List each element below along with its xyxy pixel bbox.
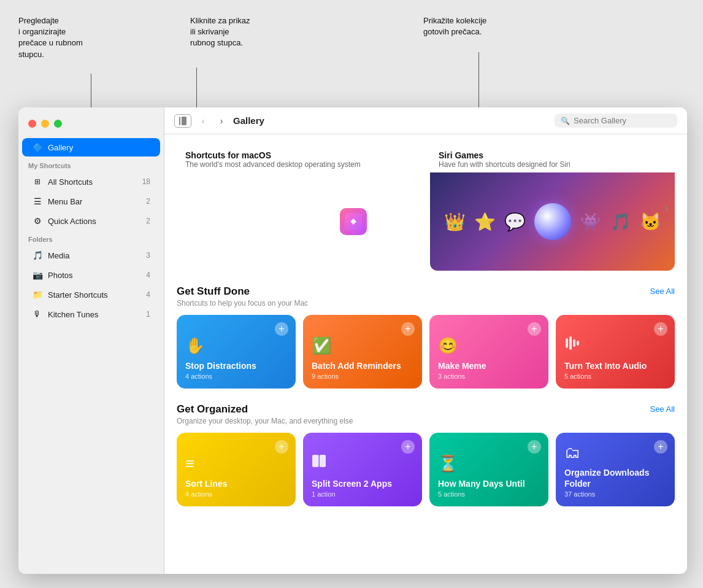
see-all-get-organized[interactable]: See All [650,404,675,414]
svg-rect-6 [320,455,326,467]
sidebar-item-count: 4 [146,290,150,299]
sidebar-item-label: Media [48,251,141,260]
card-sort-lines[interactable]: + ≡ Sort Lines 4 actions [177,433,296,506]
close-button[interactable] [28,120,36,128]
card-title-how-many-days: How Many Days Until [438,478,540,489]
add-make-meme-button[interactable]: + [528,322,541,336]
all-shortcuts-icon: ⊞ [32,176,43,187]
sidebar-item-media[interactable]: 🎵 Media 3 [22,246,160,265]
card-actions-organize-downloads: 37 actions [564,490,666,498]
card-turn-text-into-audio[interactable]: + Turn Text Into Audio 5 actions [556,315,675,389]
section-title-group: Get Stuff Done Shortcuts to help you foc… [177,285,308,308]
card-organize-downloads[interactable]: + 🗂 Organize Downloads Folder 37 actions [556,433,675,506]
sidebar-item-kitchen-tunes[interactable]: 🎙 Kitchen Tunes 1 [22,305,160,323]
sidebar-item-label: All Shortcuts [48,177,137,187]
stop-distractions-icon: ✋ [185,336,287,355]
section-header-get-organized: Get Organized Organize your desktop, you… [177,403,675,425]
sidebar-item-photos[interactable]: 📷 Photos 4 [22,266,160,284]
search-input[interactable] [574,116,671,125]
sidebar-item-menu-bar[interactable]: ☰ Menu Bar 2 [22,192,160,211]
siri-icons-row: 👑 ⭐ 💬 👾 🎵 🐱 [444,203,661,240]
main-content: ‹ › Gallery 🔍 Shortcuts for macOS The wo… [164,107,687,574]
sidebar-item-gallery[interactable]: 🔷 Gallery [22,138,160,157]
batch-add-reminders-icon: ✅ [312,336,413,355]
organize-downloads-icon: 🗂 [564,443,666,462]
card-title-split-screen: Split Screen 2 Apps [312,478,413,489]
callout-sidebar: Pregledajtei organizirajteprečace u rubn… [18,15,83,60]
featured-card-siri-image: 👑 ⭐ 💬 👾 🎵 🐱 [430,172,675,271]
minimize-button[interactable] [41,120,49,128]
featured-card-macos[interactable]: Shortcuts for macOS The world's most adv… [177,144,421,271]
sidebar-item-label: Photos [48,271,141,280]
card-actions-stop-distractions: 4 actions [185,373,287,380]
search-icon: 🔍 [561,117,570,125]
maximize-button[interactable] [54,120,62,128]
add-stop-distractions-button[interactable]: + [275,322,288,336]
svg-rect-3 [573,339,575,347]
forward-button[interactable]: › [215,114,228,128]
svg-rect-1 [566,338,568,348]
sidebar-item-count: 4 [146,271,150,279]
card-batch-add-reminders[interactable]: + ✅ Batch Add Reminders 9 actions [303,315,422,389]
card-make-meme[interactable]: + 😊 Make Meme 3 actions [429,315,548,389]
card-title-stop-distractions: Stop Distractions [185,360,287,371]
split-screen-icon [312,453,413,473]
featured-card-macos-header: Shortcuts for macOS The world's most adv… [177,144,421,172]
sidebar-item-count: 1 [146,310,150,319]
callout-line-3 [478,52,479,114]
featured-card-siri-header: Siri Games Have fun with shortcuts desig… [430,144,675,172]
gallery-icon: 🔷 [32,142,43,153]
featured-card-macos-subtitle: The world's most advanced desktop operat… [185,160,413,169]
sidebar-toggle-button[interactable] [174,114,191,128]
section-header-get-stuff-done: Get Stuff Done Shortcuts to help you foc… [177,285,675,308]
chevron-right-icon: › [664,201,669,215]
card-title-make-meme: Make Meme [438,360,540,371]
sidebar-item-quick-actions[interactable]: ⚙ Quick Actions 2 [22,212,160,230]
starter-shortcuts-icon: 📁 [32,289,43,300]
card-title-batch-reminders: Batch Add Reminders [312,360,413,371]
section-title-group-organized: Get Organized Organize your desktop, you… [177,403,353,425]
toggle-bar-1 [179,117,180,125]
sidebar-item-label: Quick Actions [48,217,141,226]
toggle-bar-2 [182,117,186,125]
sort-lines-icon: ≡ [185,454,287,473]
sidebar-item-all-shortcuts[interactable]: ⊞ All Shortcuts 18 [22,172,160,191]
featured-card-siri[interactable]: Siri Games Have fun with shortcuts desig… [430,144,675,271]
card-actions-sort-lines: 4 actions [185,490,287,498]
photos-icon: 📷 [32,269,43,280]
get-stuff-done-cards: + ✋ Stop Distractions 4 actions + ✅ Batc… [177,315,675,389]
cat-icon: 🐱 [640,212,661,232]
section-subtitle-organized: Organize your desktop, your Mac, and eve… [177,417,353,425]
sidebar: 🔷 Gallery My Shortcuts ⊞ All Shortcuts 1… [18,107,164,574]
sidebar-item-count: 2 [146,217,150,225]
get-stuff-done-section: Get Stuff Done Shortcuts to help you foc… [177,285,675,389]
how-many-days-icon: ⏳ [438,454,540,473]
alien-icon: 👾 [580,212,601,232]
quick-actions-icon: ⚙ [32,215,43,226]
get-organized-cards: + ≡ Sort Lines 4 actions + [177,433,675,506]
add-sort-lines-button[interactable]: + [275,440,288,454]
back-button[interactable]: ‹ [196,114,210,128]
sidebar-item-label: Kitchen Tunes [48,310,141,319]
get-organized-section: Get Organized Organize your desktop, you… [177,403,675,506]
add-text-to-audio-button[interactable]: + [654,322,667,336]
add-batch-reminders-button[interactable]: + [401,322,415,336]
see-all-get-stuff-done[interactable]: See All [650,287,675,296]
turn-text-into-audio-icon [564,335,666,355]
add-split-screen-button[interactable]: + [401,440,415,454]
kitchen-tunes-icon: 🎙 [32,309,43,320]
sidebar-item-starter-shortcuts[interactable]: 📁 Starter Shortcuts 4 [22,285,160,304]
sidebar-item-count: 3 [146,251,150,260]
card-split-screen[interactable]: + Split Screen 2 Apps 1 action [303,433,422,506]
add-how-many-days-button[interactable]: + [528,440,541,454]
card-stop-distractions[interactable]: + ✋ Stop Distractions 4 actions [177,315,296,389]
callout-toggle: Kliknite za prikazili skrivanjerubnog st… [190,15,250,49]
crown-icon: 👑 [444,212,466,232]
music-icon: 🎵 [610,212,631,232]
card-title-sort-lines: Sort Lines [185,478,287,489]
svg-rect-2 [569,336,572,350]
search-box[interactable]: 🔍 [555,114,677,128]
shortcuts-app-icon [340,208,367,235]
folders-label: Folders [18,231,164,246]
card-how-many-days[interactable]: + ⏳ How Many Days Until 5 actions [429,433,548,506]
